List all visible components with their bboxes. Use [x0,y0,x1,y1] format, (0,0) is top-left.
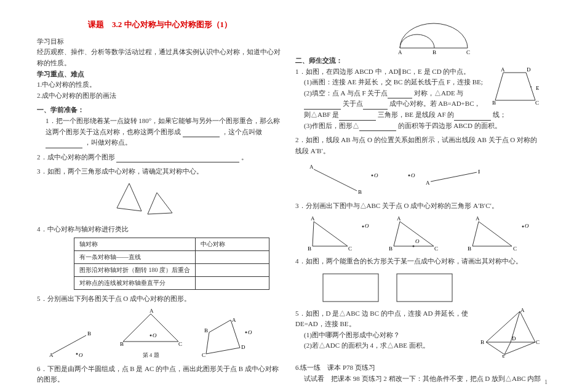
svg-text:C: C [513,246,517,252]
figure-r5: A B C D E [480,308,541,358]
blank [46,141,82,148]
svg-text:O: O [411,172,415,178]
question-3: 3．如图，两个三角形成中心对称，请确定其对称中心。 [37,166,283,177]
svg-line-62 [504,342,535,354]
table-r1c2 [196,250,269,263]
figure-q3 [111,177,283,220]
svg-text:A: A [520,308,525,313]
svg-text:D: D [527,66,531,73]
table-r3c1: 对称点的连线被对称轴垂直平分 [74,276,196,289]
r1-3: (3)作图后，图形△ 的面积等于四边形 ABCD 的面积。 [295,121,541,132]
svg-marker-0 [117,183,142,211]
svg-point-36 [409,175,410,177]
svg-text:B: B [308,246,311,252]
svg-text:D: D [512,335,516,342]
svg-text:E: E [502,354,506,358]
svg-text:O: O [365,223,369,229]
svg-text:C: C [202,352,205,358]
q1-suffix2: ，叫做对称点。 [84,138,132,146]
figure-trapezoid: A D E B C [492,66,541,106]
svg-text:E: E [536,85,540,91]
blank [363,102,388,110]
q2-text: 2．成中心对称的两个图形 [37,153,115,161]
figure-semicircles: A B C [394,18,541,55]
blank [359,124,396,131]
label-o: O [79,352,83,358]
keypoint-2: 2.成中心对称的图形的画法 [37,90,283,102]
svg-text:B: B [389,246,393,252]
svg-text:A: A [426,180,430,186]
objective-text: 经历观察、操作、分析等数学活动过程，通过具体实例认识中心对称，知道中心对称的性质… [37,47,283,68]
blank [116,155,239,162]
svg-text:A: A [309,164,314,170]
question-5: 5．分别画出下列各图关于点 O 成中心对称的图形。 [37,294,283,305]
question-4: 4．中心对称与轴对称进行类比 [37,224,283,235]
keypoint-1: 1.中心对称的性质。 [37,79,283,90]
svg-text:O: O [248,329,252,335]
svg-marker-44 [394,222,434,246]
svg-text:C: C [466,49,470,55]
table-header-2: 中心对称 [196,238,269,250]
r3: 3．分别画出下图中与△ABC 关于点 O 成中心对称的三角形 A′B′C′。 [295,201,541,212]
q1-suffix: ，这个点叫做 [221,128,262,135]
svg-marker-38 [313,222,348,246]
table-r3c2 [196,276,269,289]
table-r2c2 [196,263,269,276]
question-1: 1．把一个图形绕着某一点旋转 180°，如果它能够与另外一个图形重合，那么称这两… [37,116,283,148]
r4: 4．如图，两个能重合的长方形关于某一点成中心对称，请画出其对称中心。 [295,256,541,267]
svg-point-3 [76,353,78,354]
svg-point-15 [245,331,247,333]
svg-text:A: A [397,215,401,222]
svg-marker-58 [486,311,535,342]
svg-text:B: B [358,189,362,195]
blank [454,113,491,121]
fig5-caption: 第 4 题 [117,351,185,359]
svg-text:B: B [478,169,480,175]
label-a: A [49,352,54,358]
svg-line-61 [486,342,504,354]
section2-label: 二、师生交流： [295,55,541,66]
blank [388,91,412,98]
svg-point-31 [372,175,373,177]
comparison-table: 轴对称 中心对称 有一条对称轴——直线 图形沿对称轴对折（翻转 180 度）后重… [74,238,269,290]
question-6: 6．下图是由两个半圆组成，点 B 是 AC 的中点，画出此图形关于点 B 成中心… [37,364,283,385]
svg-text:B: B [432,49,436,55]
svg-marker-1 [148,193,172,214]
svg-text:B: B [120,341,124,347]
svg-text:O: O [415,238,420,244]
svg-text:B: B [468,246,471,252]
svg-marker-21 [495,73,535,100]
svg-rect-56 [323,274,378,302]
figures-r2: A B O A B O [308,160,541,197]
blank [339,113,376,121]
svg-text:B: B [204,327,208,334]
r2: 2．如图，线段 AB 与点 O 的位置关系如图所示，试画出线段 AB 关于点 O… [295,135,541,156]
svg-text:B: B [492,100,496,106]
r6b: 试试看 把课本 98 页练习 2 稍改一下：其他条件不变，把点 D 放到△ABC… [295,374,541,385]
svg-text:C: C [434,246,438,252]
svg-point-27 [530,86,532,87]
svg-line-33 [431,172,477,182]
blank [304,102,341,110]
blank [183,130,220,137]
svg-text:A: A [501,66,505,73]
svg-text:D: D [241,344,245,350]
table-header-1: 轴对称 [74,238,196,250]
svg-point-8 [150,335,152,337]
svg-text:C: C [536,339,540,345]
r6: 6.练一练 课本 P78 页练习 [295,362,541,374]
svg-rect-57 [397,274,452,302]
svg-marker-4 [123,314,178,342]
svg-text:A: A [232,317,236,323]
table-r2c1: 图形沿对称轴对折（翻转 180 度）后重合 [74,263,196,276]
figures-r4 [320,271,541,305]
svg-text:A: A [398,49,402,55]
svg-text:B: B [480,339,484,345]
svg-text:O: O [153,332,157,338]
svg-text:A: A [476,215,480,222]
objective-label: 学习目标 [37,36,283,47]
svg-line-28 [314,169,357,191]
svg-text:O: O [525,223,529,229]
svg-text:C: C [348,246,352,252]
svg-text:A: A [311,215,315,222]
